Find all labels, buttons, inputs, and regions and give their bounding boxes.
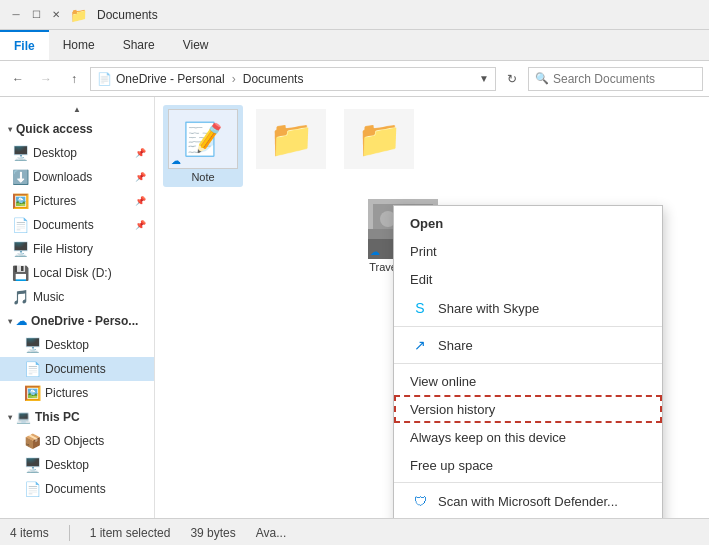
thispc-label: This PC <box>35 410 80 424</box>
sidebar-item-onedrive-desktop[interactable]: 🖥️ Desktop <box>0 333 154 357</box>
search-box[interactable]: 🔍 <box>528 67 703 91</box>
maximize-icon[interactable]: ☐ <box>28 7 44 23</box>
ribbon-tabs: File Home Share View <box>0 30 709 60</box>
documents-icon: 📄 <box>24 361 40 377</box>
ctx-share-label: Share <box>438 338 473 353</box>
sidebar-item-music[interactable]: 🎵 Music <box>0 285 154 309</box>
file-area: 📝 ☁ Note 📁 📁 <box>155 97 709 518</box>
ctx-share[interactable]: ↗ Share <box>394 330 662 360</box>
file-thumb-folder3: 📁 <box>344 109 414 169</box>
ctx-open[interactable]: Open <box>394 209 662 237</box>
skype-icon: S <box>410 298 430 318</box>
onedrive-badge-icon: ☁ <box>171 155 181 166</box>
sidebar-item-pictures-quick[interactable]: 🖼️ Pictures 📌 <box>0 189 154 213</box>
back-button[interactable]: ← <box>6 67 30 91</box>
ctx-always-keep[interactable]: Always keep on this device <box>394 423 662 451</box>
address-bar-row: ← → ↑ 📄 OneDrive - Personal › Documents … <box>0 61 709 97</box>
expand-icon: ▾ <box>8 413 12 422</box>
ctx-version-history[interactable]: Version history <box>394 395 662 423</box>
status-item-count: 4 items <box>10 526 49 540</box>
expand-icon: ▾ <box>8 125 12 134</box>
close-icon[interactable]: ✕ <box>48 7 64 23</box>
file-item-folder3[interactable]: 📁 <box>339 105 419 187</box>
pin-icon: 📌 <box>135 148 146 158</box>
sidebar-item-3dobjects[interactable]: 📦 3D Objects <box>0 429 154 453</box>
ctx-sep1 <box>394 326 662 327</box>
title-folder-icon: 📁 <box>70 7 87 23</box>
pin-icon: 📌 <box>135 220 146 230</box>
sidebar-item-onedrive-pictures[interactable]: 🖼️ Pictures <box>0 381 154 405</box>
sidebar-item-thispc-documents[interactable]: 📄 Documents <box>0 477 154 501</box>
tab-view[interactable]: View <box>169 30 223 60</box>
pin-icon: 📌 <box>135 196 146 206</box>
desktop-icon: 🖥️ <box>24 337 40 353</box>
address-sep1: › <box>232 72 236 86</box>
status-available: Ava... <box>256 526 286 540</box>
sidebar-item-desktop-quick[interactable]: 🖥️ Desktop 📌 <box>0 141 154 165</box>
sidebar-scroll-up[interactable]: ▲ <box>0 101 154 117</box>
expand-icon: ▾ <box>8 317 12 326</box>
sidebar-item-label: Music <box>33 290 64 304</box>
address-box[interactable]: 📄 OneDrive - Personal › Documents ▼ <box>90 67 496 91</box>
ctx-free-space[interactable]: Free up space <box>394 451 662 479</box>
downloads-icon: ⬇️ <box>12 169 28 185</box>
tab-share[interactable]: Share <box>109 30 169 60</box>
forward-button[interactable]: → <box>34 67 58 91</box>
documents-icon: 📄 <box>12 217 28 233</box>
address-crumb1: OneDrive - Personal <box>116 72 225 86</box>
address-dropdown-icon[interactable]: ▼ <box>479 73 489 84</box>
file-label-note: Note <box>191 171 214 183</box>
pin-icon: 📌 <box>135 172 146 182</box>
sidebar-item-downloads-quick[interactable]: ⬇️ Downloads 📌 <box>0 165 154 189</box>
breadcrumb-icon: 📄 <box>97 72 112 86</box>
quick-access-label: Quick access <box>16 122 93 136</box>
sidebar-header-thispc[interactable]: ▾ 💻 This PC <box>0 405 154 429</box>
onedrive-badge-travel: ☁ <box>370 246 380 257</box>
sidebar: ▲ ▾ Quick access 🖥️ Desktop 📌 ⬇️ Downloa… <box>0 97 155 518</box>
folder-large-icon2: 📁 <box>357 118 402 160</box>
ctx-scan-defender[interactable]: 🛡 Scan with Microsoft Defender... <box>394 486 662 516</box>
tab-home[interactable]: Home <box>49 30 109 60</box>
sidebar-header-quick-access[interactable]: ▾ Quick access <box>0 117 154 141</box>
thispc-icon: 💻 <box>16 410 31 424</box>
file-item-folder2[interactable]: 📁 <box>251 105 331 187</box>
sidebar-item-label: Desktop <box>45 458 89 472</box>
tab-file[interactable]: File <box>0 30 49 60</box>
filehistory-icon: 🖥️ <box>12 241 28 257</box>
status-selected: 1 item selected <box>90 526 171 540</box>
sidebar-header-onedrive[interactable]: ▾ ☁ OneDrive - Perso... <box>0 309 154 333</box>
sidebar-item-localdisk[interactable]: 💾 Local Disk (D:) <box>0 261 154 285</box>
sidebar-item-onedrive-documents[interactable]: 📄 Documents <box>0 357 154 381</box>
title-bar-title: Documents <box>97 8 158 22</box>
refresh-button[interactable]: ↻ <box>500 67 524 91</box>
status-bar: 4 items 1 item selected 39 bytes Ava... <box>0 518 709 545</box>
pictures-icon: 🖼️ <box>24 385 40 401</box>
sidebar-item-documents-quick[interactable]: 📄 Documents 📌 <box>0 213 154 237</box>
pictures-icon: 🖼️ <box>12 193 28 209</box>
sidebar-item-thispc-desktop[interactable]: 🖥️ Desktop <box>0 453 154 477</box>
ctx-free-space-label: Free up space <box>410 458 493 473</box>
minimize-icon[interactable]: ─ <box>8 7 24 23</box>
ctx-print-label: Print <box>410 244 437 259</box>
ctx-share2[interactable]: ↗ Share <box>394 516 662 518</box>
localdisk-icon: 💾 <box>12 265 28 281</box>
ctx-sep3 <box>394 482 662 483</box>
search-icon: 🔍 <box>535 72 549 85</box>
sidebar-item-label: Documents <box>45 362 106 376</box>
share-icon: ↗ <box>410 335 430 355</box>
ctx-print[interactable]: Print <box>394 237 662 265</box>
ctx-edit-label: Edit <box>410 272 432 287</box>
up-button[interactable]: ↑ <box>62 67 86 91</box>
ctx-view-online[interactable]: View online <box>394 367 662 395</box>
sidebar-item-label: Downloads <box>33 170 92 184</box>
main-area: ▲ ▾ Quick access 🖥️ Desktop 📌 ⬇️ Downloa… <box>0 97 709 518</box>
ctx-share-skype[interactable]: S Share with Skype <box>394 293 662 323</box>
search-input[interactable] <box>553 72 696 86</box>
desktop-icon: 🖥️ <box>24 457 40 473</box>
file-item-note[interactable]: 📝 ☁ Note <box>163 105 243 187</box>
ctx-open-label: Open <box>410 216 443 231</box>
sidebar-item-filehistory[interactable]: 🖥️ File History <box>0 237 154 261</box>
documents-icon: 📄 <box>24 481 40 497</box>
ctx-edit[interactable]: Edit <box>394 265 662 293</box>
ctx-view-online-label: View online <box>410 374 476 389</box>
